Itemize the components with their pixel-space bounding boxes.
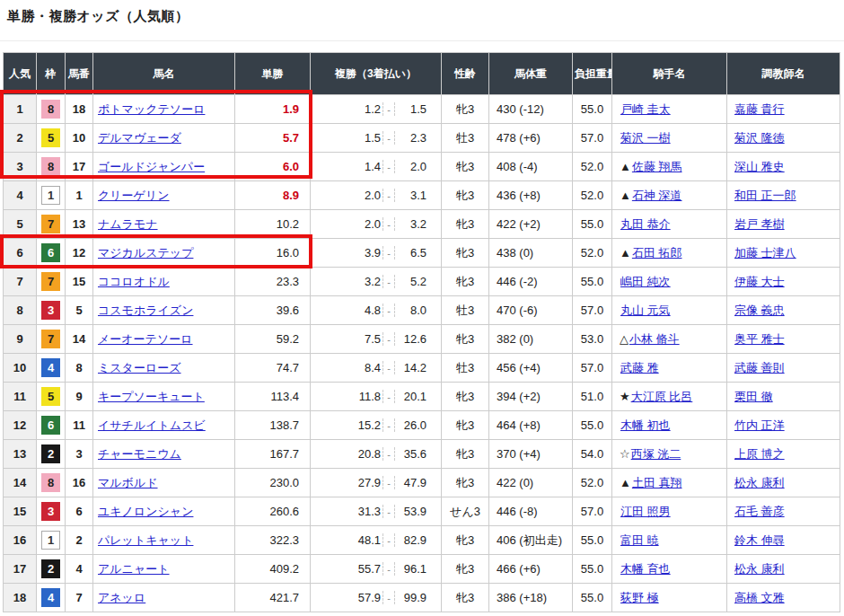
jockey-link[interactable]: 武藤 雅 [620,361,659,374]
win-odds-cell: 59.2 [235,325,311,354]
horse-weight-cell: 408 (-4) [489,153,573,181]
horse-name-link[interactable]: イサチルイトムスビ [98,418,206,432]
horse-name-link[interactable]: ユキノロンシャン [98,505,193,518]
jockey-link[interactable]: 菊沢 一樹 [620,131,671,145]
jockey-link[interactable]: 嶋田 純次 [620,275,671,288]
horse-name-link[interactable]: メーオーテソーロ [98,332,193,346]
rank-cell: 2 [4,124,37,153]
frame-number-badge: 7 [41,272,60,291]
trainer-link[interactable]: 松永 康利 [734,476,785,489]
horse-number-cell: 5 [66,296,93,325]
horse-name-link[interactable]: ポトマックテソーロ [98,102,205,116]
frame-number-badge: 2 [41,444,60,463]
place-odds-dash: - [382,533,395,547]
rank-cell: 14 [4,469,37,497]
place-odds-min: 1.4 [311,160,382,173]
table-row: 11 5 9 キープソーキュート 113.4 11.8 - 20.1 牝3 39… [4,383,840,411]
jockey-link[interactable]: 大江原 比呂 [631,390,693,403]
jockey-cell: ▲土田 真翔 [612,469,727,497]
win-odds-cell: 260.6 [235,497,311,526]
sex-age-cell: 牡3 [442,354,489,383]
horse-name-cell: メーオーテソーロ [93,325,235,354]
trainer-link[interactable]: 石毛 善彦 [734,505,785,518]
horse-name-link[interactable]: ゴールドジャンパー [98,160,205,173]
trainer-link[interactable]: 奥平 雅士 [734,332,785,346]
col-header-horse-weight: 馬体重 [489,53,573,95]
jockey-link[interactable]: 木幡 育也 [620,562,671,576]
jockey-cell: 富田 暁 [612,526,727,555]
trainer-link[interactable]: 栗田 徹 [734,390,773,403]
jockey-link[interactable]: 丸山 元気 [620,304,671,317]
trainer-link[interactable]: 嘉藤 貴行 [734,102,785,116]
horse-name-link[interactable]: パレットキャット [98,533,193,547]
trainer-link[interactable]: 岩戸 孝樹 [734,217,785,231]
horse-name-link[interactable]: デルマヴェーダ [98,131,181,145]
trainer-link[interactable]: 鈴木 伸尋 [734,533,785,547]
col-header-sex-age: 性齢 [442,53,489,95]
horse-name-link[interactable]: ナムラモナ [98,217,158,231]
horse-name-cell: クリーゲリン [93,181,235,210]
jockey-link[interactable]: 木幡 初也 [620,418,671,432]
jockey-link[interactable]: 石神 深道 [632,189,682,202]
trainer-link[interactable]: 高橋 文雅 [734,591,785,604]
place-odds-max: 47.9 [395,476,441,489]
jockey-link[interactable]: 丸田 恭介 [620,217,671,231]
trainer-link[interactable]: 伊藤 大士 [734,275,785,288]
horse-name-link[interactable]: ミスターローズ [98,361,181,374]
horse-name-link[interactable]: マルボルド [98,476,158,489]
jockey-link[interactable]: 石田 拓郎 [632,246,682,260]
trainer-link[interactable]: 宗像 義忠 [734,304,785,317]
horse-name-link[interactable]: コスモホライズン [98,304,193,317]
trainer-link[interactable]: 上原 博之 [734,447,785,461]
impost-cell: 52.0 [573,153,612,181]
jockey-link[interactable]: 戸崎 圭太 [620,102,671,116]
sex-age-cell: 牝3 [442,95,489,124]
place-odds-min: 4.8 [311,304,382,317]
jockey-link[interactable]: 小林 脩斗 [629,332,680,346]
horse-name-link[interactable]: アネッロ [98,591,145,604]
place-odds-min: 31.3 [311,505,382,518]
place-odds-dash: - [382,418,395,432]
horse-name-link[interactable]: クリーゲリン [98,189,170,202]
trainer-link[interactable]: 和田 正一郎 [734,189,796,202]
place-odds-cell: 2.0 - 3.1 [311,181,442,210]
trainer-link[interactable]: 竹内 正洋 [734,418,785,432]
jockey-link[interactable]: 富田 暁 [620,533,659,547]
table-row: 16 1 2 パレットキャット 322.3 48.1 - 82.9 牝3 406… [4,526,840,555]
table-row: 2 5 10 デルマヴェーダ 5.7 1.5 - 2.3 牡3 478 (+6)… [4,124,840,153]
table-row: 7 7 15 ココロオドル 23.3 3.2 - 5.2 牝3 446 (-2)… [4,268,840,296]
horse-name-link[interactable]: ココロオドル [98,275,170,288]
horse-weight-cell: 446 (-8) [489,497,573,526]
jockey-link[interactable]: 荻野 極 [620,591,659,604]
horse-name-link[interactable]: アルニャート [98,562,170,576]
horse-name-link[interactable]: チャーモニウム [98,447,181,461]
apprentice-mark: ▲ [620,160,631,173]
win-odds-cell: 1.9 [235,95,311,124]
jockey-link[interactable]: 江田 照男 [620,505,671,518]
trainer-link[interactable]: 武藤 善則 [734,361,785,374]
jockey-link[interactable]: 土田 真翔 [632,476,682,489]
horse-number-cell: 17 [66,153,93,181]
horse-name-link[interactable]: キープソーキュート [98,390,205,403]
sex-age-cell: 牝3 [442,153,489,181]
horse-name-cell: ココロオドル [93,268,235,296]
trainer-cell: 宗像 義忠 [727,296,840,325]
trainer-link[interactable]: 深山 雅史 [734,160,785,173]
rank-cell: 13 [4,440,37,469]
place-odds-max: 35.6 [395,447,441,461]
jockey-link[interactable]: 佐藤 翔馬 [632,160,682,173]
trainer-cell: 鈴木 伸尋 [727,526,840,555]
frame-number-badge: 5 [41,128,60,147]
rank-cell: 7 [4,268,37,296]
jockey-link[interactable]: 西塚 洸二 [631,447,681,461]
horse-name-link[interactable]: マジカルステップ [98,246,193,260]
frame-number-badge: 3 [41,502,60,521]
trainer-cell: 岩戸 孝樹 [727,210,840,239]
trainer-link[interactable]: 菊沢 隆徳 [734,131,785,145]
trainer-cell: 菊沢 隆徳 [727,124,840,153]
horse-name-cell: イサチルイトムスビ [93,411,235,440]
trainer-link[interactable]: 加藤 士津八 [734,246,796,260]
trainer-link[interactable]: 松永 康利 [734,562,785,576]
place-odds-dash: - [382,189,395,202]
apprentice-mark: ☆ [620,447,630,461]
